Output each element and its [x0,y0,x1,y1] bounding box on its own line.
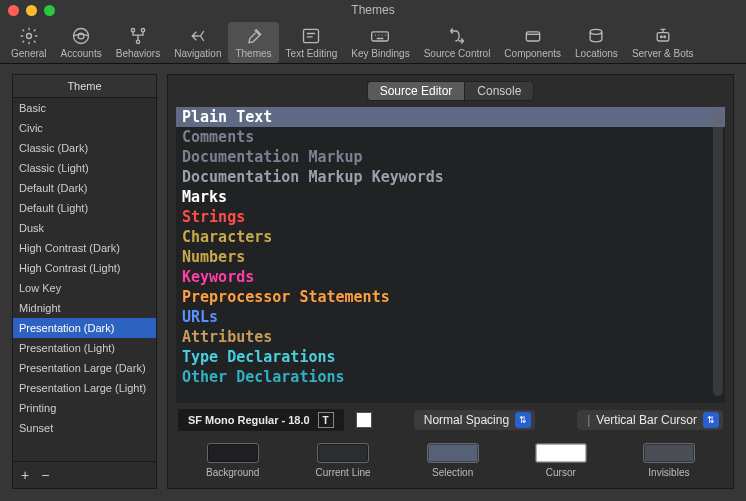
syntax-item[interactable]: Marks [176,187,725,207]
toolbar-themes[interactable]: Themes [228,22,278,63]
theme-list[interactable]: BasicCivicClassic (Dark)Classic (Light)D… [13,98,156,461]
color-swatch-row: BackgroundCurrent LineSelectionCursorInv… [168,437,733,488]
color-well[interactable] [317,443,369,463]
theme-item[interactable]: Default (Light) [13,198,156,218]
theme-item[interactable]: Sunset [13,418,156,438]
theme-item[interactable]: Low Key [13,278,156,298]
font-picker[interactable]: SF Mono Regular - 18.0 T [178,409,344,431]
toolbar-text-editing[interactable]: Text Editing [279,22,345,63]
svg-rect-7 [372,32,389,41]
server-bots-icon [651,25,675,47]
text-editing-icon [299,25,323,47]
syntax-item[interactable]: Keywords [176,267,725,287]
tab-source-editor[interactable]: Source Editor [367,81,465,101]
navigation-icon [186,25,210,47]
source-control-icon [445,25,469,47]
toolbar: GeneralAccountsBehaviorsNavigationThemes… [0,20,746,64]
toolbar-behaviors[interactable]: Behaviors [109,22,167,63]
syntax-item[interactable]: Other Declarations [176,367,725,387]
theme-item[interactable]: Dusk [13,218,156,238]
svg-point-4 [141,29,144,32]
toolbar-navigation[interactable]: Navigation [167,22,228,63]
svg-rect-6 [304,29,319,42]
accounts-icon [69,25,93,47]
titlebar: Themes [0,0,746,20]
color-well[interactable] [535,443,587,463]
syntax-item[interactable]: URLs [176,307,725,327]
syntax-item[interactable]: Documentation Markup [176,147,725,167]
theme-item[interactable]: High Contrast (Dark) [13,238,156,258]
svg-rect-8 [526,32,539,41]
svg-point-0 [26,34,31,39]
syntax-item[interactable]: Comments [176,127,725,147]
add-theme-button[interactable]: + [21,467,29,483]
theme-item[interactable]: Midnight [13,298,156,318]
swatch-background: Background [206,443,259,478]
syntax-item[interactable]: Numbers [176,247,725,267]
theme-item[interactable]: Basic [13,98,156,118]
theme-item[interactable]: Presentation Large (Dark) [13,358,156,378]
text-color-swatch[interactable] [356,412,372,428]
chevron-updown-icon: ⇅ [515,412,531,428]
svg-rect-10 [657,33,669,41]
cursor-dropdown[interactable]: | Vertical Bar Cursor ⇅ [577,410,723,430]
main-panel: Source Editor Console Plain TextComments… [167,74,734,489]
theme-item[interactable]: Classic (Dark) [13,138,156,158]
svg-point-12 [664,36,666,38]
theme-item[interactable]: High Contrast (Light) [13,258,156,278]
maximize-button[interactable] [44,5,55,16]
minimize-button[interactable] [26,5,37,16]
svg-point-5 [136,40,139,43]
sidebar-header: Theme [13,75,156,98]
content: Theme BasicCivicClassic (Dark)Classic (L… [0,64,746,499]
syntax-item[interactable]: Preprocessor Statements [176,287,725,307]
remove-theme-button[interactable]: − [41,467,49,483]
behaviors-icon [126,25,150,47]
theme-item[interactable]: Civic [13,118,156,138]
theme-item[interactable]: Presentation (Dark) [13,318,156,338]
key-bindings-icon [368,25,392,47]
preferences-window: Themes GeneralAccountsBehaviorsNavigatio… [0,0,746,501]
font-panel-icon: T [318,412,334,428]
swatch-cursor: Cursor [535,443,587,478]
color-well[interactable] [643,443,695,463]
toolbar-locations[interactable]: Locations [568,22,625,63]
toolbar-source-control[interactable]: Source Control [417,22,498,63]
toolbar-accounts[interactable]: Accounts [54,22,109,63]
theme-sidebar: Theme BasicCivicClassic (Dark)Classic (L… [12,74,157,489]
theme-item[interactable]: Default (Dark) [13,178,156,198]
theme-item[interactable]: Presentation (Light) [13,338,156,358]
chevron-updown-icon: ⇅ [703,412,719,428]
svg-point-11 [660,36,662,38]
swatch-invisibles: Invisibles [643,443,695,478]
theme-item[interactable]: Printing [13,398,156,418]
spacing-dropdown[interactable]: Normal Spacing ⇅ [414,410,535,430]
close-button[interactable] [8,5,19,16]
syntax-item[interactable]: Strings [176,207,725,227]
editor-tabs: Source Editor Console [168,75,733,107]
scrollbar[interactable] [713,109,723,396]
font-display-label: SF Mono Regular - 18.0 [188,414,310,426]
toolbar-key-bindings[interactable]: Key Bindings [344,22,416,63]
toolbar-components[interactable]: Components [497,22,568,63]
color-well[interactable] [427,443,479,463]
window-title: Themes [0,3,746,17]
toolbar-general[interactable]: General [4,22,54,63]
syntax-item[interactable]: Characters [176,227,725,247]
tab-console[interactable]: Console [464,81,534,101]
theme-item[interactable]: Presentation Large (Light) [13,378,156,398]
swatch-selection: Selection [427,443,479,478]
syntax-item[interactable]: Attributes [176,327,725,347]
traffic-lights [8,5,55,16]
themes-icon [242,25,266,47]
theme-item[interactable]: Classic (Light) [13,158,156,178]
syntax-item[interactable]: Documentation Markup Keywords [176,167,725,187]
general-icon [17,25,41,47]
font-controls: SF Mono Regular - 18.0 T Normal Spacing … [168,403,733,437]
syntax-item[interactable]: Type Declarations [176,347,725,367]
syntax-list[interactable]: Plain TextCommentsDocumentation MarkupDo… [176,107,725,403]
syntax-item[interactable]: Plain Text [176,107,725,127]
color-well[interactable] [207,443,259,463]
toolbar-server-bots[interactable]: Server & Bots [625,22,701,63]
sidebar-footer: + − [13,461,156,488]
